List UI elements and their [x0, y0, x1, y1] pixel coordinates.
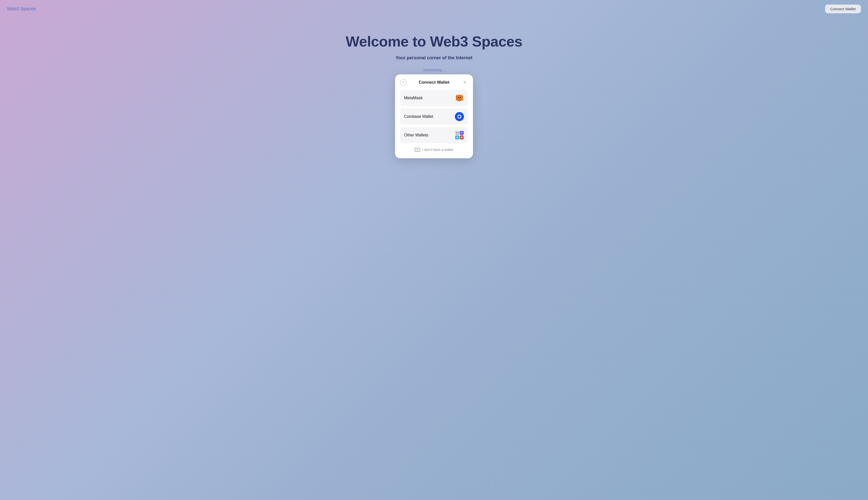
- svg-point-18: [457, 137, 458, 138]
- wallet-icon-inner: [417, 149, 418, 150]
- metamask-svg-icon: [455, 93, 464, 103]
- no-wallet-text: I don't have a wallet: [422, 148, 453, 152]
- svg-point-5: [458, 97, 459, 98]
- other-wallets-option[interactable]: Other Wallets: [400, 127, 468, 143]
- no-wallet-row[interactable]: I don't have a wallet: [400, 148, 468, 152]
- help-icon[interactable]: ?: [400, 79, 407, 86]
- svg-rect-15: [461, 133, 462, 134]
- nav-connect-wallet-button[interactable]: Connect Wallet: [825, 4, 861, 13]
- svg-rect-14: [461, 132, 463, 133]
- modal-title: Connect Wallet: [419, 80, 449, 85]
- coinbase-wallet-option[interactable]: Coinbase Wallet: [400, 109, 468, 125]
- page-subtitle: Your personal corner of the Internet: [396, 55, 472, 60]
- svg-rect-9: [456, 132, 457, 133]
- other-wallets-icon: [455, 130, 464, 140]
- metamask-label: MetaMask: [404, 96, 423, 100]
- page-title: Welcome to Web3 Spaces: [346, 33, 522, 50]
- svg-rect-13: [460, 131, 464, 135]
- coinbase-icon: [455, 112, 464, 121]
- svg-point-6: [460, 97, 461, 98]
- coinbase-label: Coinbase Wallet: [404, 114, 433, 119]
- main-content: Welcome to Web3 Spaces Your personal cor…: [0, 18, 868, 158]
- close-icon[interactable]: ×: [461, 79, 468, 86]
- metamask-icon: [455, 93, 464, 103]
- nav-logo: Web3 Spaces: [7, 6, 36, 12]
- navbar: Web3 Spaces Connect Wallet: [0, 0, 868, 18]
- svg-rect-10: [458, 132, 459, 133]
- svg-rect-11: [456, 134, 457, 134]
- metamask-wallet-option[interactable]: MetaMask: [400, 90, 468, 106]
- other-wallets-label: Other Wallets: [404, 133, 428, 137]
- modal-backdrop: ? Connect Wallet × MetaMask: [395, 75, 473, 158]
- connecting-status: connecting...: [423, 68, 445, 72]
- modal-header: ? Connect Wallet ×: [400, 80, 468, 85]
- connect-wallet-modal: ? Connect Wallet × MetaMask: [395, 75, 473, 158]
- svg-rect-12: [458, 134, 459, 134]
- wallet-icon-small: [415, 148, 420, 152]
- coinbase-inner-circle: [457, 115, 461, 118]
